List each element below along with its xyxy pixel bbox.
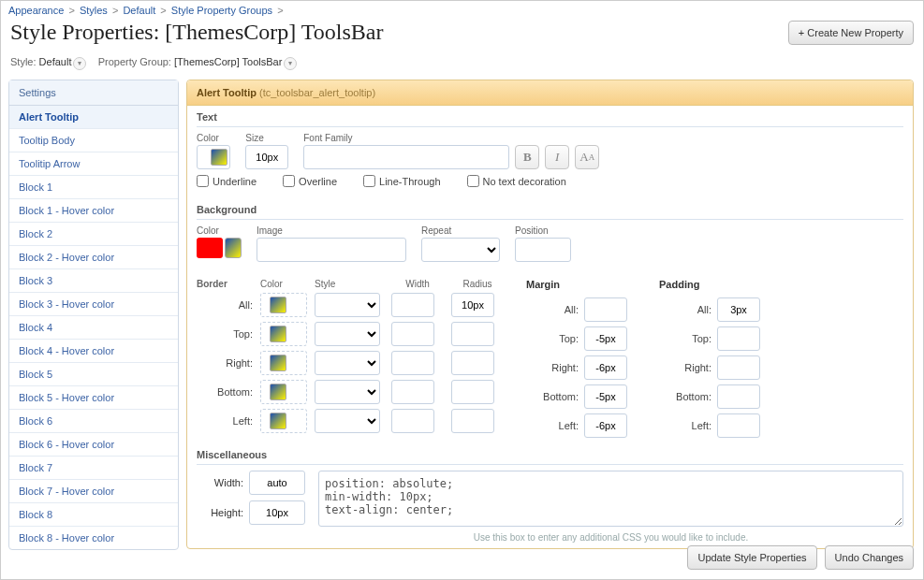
sidebar: Settings Alert TooltipTooltip BodyToolit… — [8, 80, 179, 550]
sidebar-item[interactable]: Block 1 - Hover color — [9, 199, 178, 223]
font-family-input[interactable] — [303, 145, 509, 169]
linethrough-checkbox[interactable]: Line-Through — [363, 175, 440, 187]
sidebar-item[interactable]: Block 4 - Hover color — [9, 340, 178, 363]
border-color-picker[interactable] — [260, 380, 307, 404]
padding-input[interactable] — [717, 297, 760, 322]
border-radius-input[interactable] — [451, 380, 494, 404]
border-color-picker[interactable] — [260, 293, 307, 317]
border-radius-input[interactable] — [451, 322, 494, 346]
crumb-groups[interactable]: Style Property Groups — [171, 5, 272, 16]
sidebar-item[interactable]: Block 3 — [9, 269, 178, 293]
sidebar-item[interactable]: Block 7 - Hover color — [9, 480, 178, 503]
sidebar-item[interactable]: Alert Tooltip — [9, 106, 178, 129]
padding-input[interactable] — [717, 355, 760, 380]
border-style-select[interactable] — [315, 351, 380, 375]
sidebar-item[interactable]: Block 2 - Hover color — [9, 246, 178, 269]
border-radius-input[interactable] — [451, 409, 494, 433]
misc-hint: Use this box to enter any additional CSS… — [318, 532, 903, 543]
bg-color-picker[interactable] — [225, 238, 242, 258]
sidebar-item[interactable]: Block 6 - Hover color — [9, 433, 178, 457]
border-color-picker[interactable] — [260, 409, 307, 433]
bg-position-input[interactable] — [515, 238, 571, 262]
padding-input[interactable] — [717, 413, 760, 438]
italic-button[interactable]: I — [545, 145, 569, 169]
margin-input[interactable] — [584, 413, 627, 438]
misc-heading: Miscellaneous — [197, 449, 903, 465]
underline-checkbox[interactable]: Underline — [197, 175, 257, 187]
bg-heading: Background — [197, 204, 903, 220]
bg-color-swatch[interactable] — [197, 238, 223, 258]
sidebar-item[interactable]: Block 4 — [9, 316, 178, 340]
sidebar-item[interactable]: Block 6 — [9, 410, 178, 433]
overline-checkbox[interactable]: Overline — [283, 175, 337, 187]
crumb-styles[interactable]: Styles — [80, 5, 108, 16]
margin-input[interactable] — [584, 297, 627, 322]
group-dropdown-icon[interactable]: ▾ — [284, 57, 297, 70]
border-width-input[interactable] — [391, 409, 434, 433]
sidebar-item[interactable]: Block 2 — [9, 223, 178, 246]
border-width-input[interactable] — [391, 322, 434, 346]
update-button[interactable]: Update Style Properties — [687, 545, 816, 570]
sidebar-item[interactable]: Block 8 - Hover color — [9, 527, 178, 549]
sidebar-item[interactable]: Block 5 — [9, 363, 178, 386]
padding-input[interactable] — [717, 326, 760, 351]
sidebar-heading: Settings — [9, 80, 178, 106]
margin-input[interactable] — [584, 326, 627, 351]
border-style-select[interactable] — [315, 380, 380, 404]
sidebar-item[interactable]: Block 7 — [9, 457, 178, 480]
style-dropdown-icon[interactable]: ▾ — [73, 57, 86, 70]
smallcaps-button[interactable]: AA — [575, 145, 599, 169]
padding-input[interactable] — [717, 384, 760, 409]
misc-css-textarea[interactable] — [318, 471, 903, 527]
sidebar-item[interactable]: Toolitip Arrow — [9, 152, 178, 176]
margin-input[interactable] — [584, 384, 627, 409]
border-width-input[interactable] — [391, 351, 434, 375]
border-style-select[interactable] — [315, 293, 380, 317]
border-radius-input[interactable] — [451, 293, 494, 317]
misc-height-input[interactable] — [249, 500, 305, 525]
border-style-select[interactable] — [315, 322, 380, 346]
bold-button[interactable]: B — [515, 145, 539, 169]
panel-header: Alert Tooltip (tc_toolsbar_alert_tooltip… — [187, 80, 913, 106]
text-heading: Text — [197, 111, 903, 127]
border-radius-input[interactable] — [451, 351, 494, 375]
create-new-property-button[interactable]: + Create New Property — [788, 21, 914, 45]
border-width-input[interactable] — [391, 380, 434, 404]
border-color-picker[interactable] — [260, 351, 307, 375]
sidebar-item[interactable]: Block 1 — [9, 176, 178, 199]
text-size-input[interactable] — [245, 145, 288, 169]
breadcrumb: Appearance > Styles > Default > Style Pr… — [1, 1, 923, 20]
crumb-default[interactable]: Default — [123, 5, 155, 16]
undo-button[interactable]: Undo Changes — [825, 545, 914, 570]
page-title: Style Properties: [ThemesCorp] ToolsBar — [10, 20, 383, 45]
meta-bar: Style: Default▾ Property Group: [ThemesC… — [1, 52, 923, 80]
text-color-picker[interactable] — [197, 145, 230, 169]
sidebar-item[interactable]: Block 8 — [9, 503, 178, 527]
margin-input[interactable] — [584, 355, 627, 380]
sidebar-item[interactable]: Tooltip Body — [9, 129, 178, 152]
bg-repeat-select[interactable] — [421, 238, 500, 262]
sidebar-item[interactable]: Block 3 - Hover color — [9, 293, 178, 316]
misc-width-input[interactable] — [249, 471, 305, 495]
bg-image-input[interactable] — [257, 238, 406, 262]
no-decoration-checkbox[interactable]: No text decoration — [467, 175, 566, 187]
crumb-appearance[interactable]: Appearance — [8, 5, 64, 16]
border-color-picker[interactable] — [260, 322, 307, 346]
border-width-input[interactable] — [391, 293, 434, 317]
border-style-select[interactable] — [315, 409, 380, 433]
sidebar-item[interactable]: Block 5 - Hover color — [9, 386, 178, 410]
